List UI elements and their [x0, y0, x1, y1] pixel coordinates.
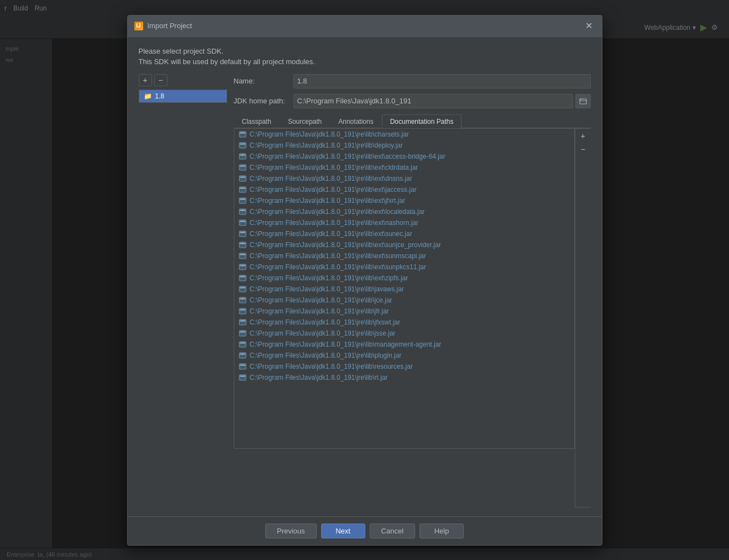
classpath-item[interactable]: C:\Program Files\Java\jdk1.8.0_191\jre\l… — [234, 372, 574, 383]
tab-classpath[interactable]: Classpath — [234, 114, 280, 128]
svg-rect-63 — [240, 299, 245, 299]
main-content-area: + − 📁 1.8 Name: — [139, 74, 591, 507]
tab-sourcepath[interactable]: Sourcepath — [280, 114, 330, 128]
classpath-item-path: C:\Program Files\Java\jdk1.8.0_191\jre\l… — [250, 363, 413, 370]
tab-documentation-paths[interactable]: Documentation Paths — [382, 114, 462, 128]
classpath-item[interactable]: C:\Program Files\Java\jdk1.8.0_191\jre\l… — [234, 239, 574, 250]
classpath-item[interactable]: C:\Program Files\Java\jdk1.8.0_191\jre\l… — [234, 361, 574, 372]
classpath-item-path: C:\Program Files\Java\jdk1.8.0_191\jre\l… — [250, 318, 401, 326]
classpath-item-path: C:\Program Files\Java\jdk1.8.0_191\jre\l… — [250, 153, 445, 160]
classpath-item-path: C:\Program Files\Java\jdk1.8.0_191\jre\l… — [250, 307, 389, 315]
svg-rect-75 — [240, 332, 245, 332]
svg-rect-59 — [240, 287, 245, 288]
classpath-item[interactable]: C:\Program Files\Java\jdk1.8.0_191\jre\l… — [234, 228, 574, 239]
svg-rect-43 — [240, 243, 245, 244]
classpath-item[interactable]: C:\Program Files\Java\jdk1.8.0_191\jre\l… — [234, 217, 574, 228]
description-line1: Please select project SDK. — [139, 46, 591, 57]
jar-icon — [239, 197, 247, 205]
jdk-home-input[interactable] — [293, 94, 573, 108]
classpath-item[interactable]: C:\Program Files\Java\jdk1.8.0_191\jre\l… — [234, 140, 574, 151]
help-button[interactable]: Help — [419, 524, 464, 538]
classpath-item[interactable]: C:\Program Files\Java\jdk1.8.0_191\jre\l… — [234, 184, 574, 195]
jar-icon — [239, 329, 247, 337]
classpath-item[interactable]: C:\Program Files\Java\jdk1.8.0_191\jre\l… — [234, 350, 574, 361]
properties-panel: Name: JDK home path: — [234, 74, 591, 507]
dialog-title-area: IJ Import Project — [134, 22, 192, 30]
svg-rect-51 — [240, 265, 245, 266]
classpath-item-path: C:\Program Files\Java\jdk1.8.0_191\jre\l… — [250, 186, 417, 193]
sdk-list: 📁 1.8 — [139, 90, 227, 103]
cancel-button[interactable]: Cancel — [370, 524, 415, 538]
classpath-item-path: C:\Program Files\Java\jdk1.8.0_191\jre\l… — [250, 142, 403, 149]
dialog-description: Please select project SDK. This SDK will… — [139, 46, 591, 67]
classpath-item[interactable]: C:\Program Files\Java\jdk1.8.0_191\jre\l… — [234, 273, 574, 284]
classpath-item[interactable]: C:\Program Files\Java\jdk1.8.0_191\jre\l… — [234, 162, 574, 173]
classpath-item-path: C:\Program Files\Java\jdk1.8.0_191\jre\l… — [250, 329, 396, 337]
classpath-item[interactable]: C:\Program Files\Java\jdk1.8.0_191\jre\l… — [234, 317, 574, 328]
classpath-item[interactable]: C:\Program Files\Java\jdk1.8.0_191\jre\l… — [234, 206, 574, 217]
dialog-title-icon: IJ — [134, 22, 143, 30]
classpath-item[interactable]: C:\Program Files\Java\jdk1.8.0_191\jre\l… — [234, 195, 574, 206]
svg-rect-35 — [240, 221, 245, 222]
dialog-body: Please select project SDK. This SDK will… — [128, 37, 602, 516]
sdk-item-1-8[interactable]: 📁 1.8 — [139, 90, 227, 102]
jdk-home-field-with-btn — [293, 94, 591, 108]
svg-rect-7 — [240, 144, 245, 144]
jdk-home-label: JDK home path: — [234, 97, 289, 105]
jar-icon — [239, 296, 247, 304]
jar-icon — [239, 341, 247, 348]
classpath-item[interactable]: C:\Program Files\Java\jdk1.8.0_191\jre\l… — [234, 306, 574, 317]
jar-icon — [239, 363, 247, 370]
classpath-item-path: C:\Program Files\Java\jdk1.8.0_191\jre\l… — [250, 296, 392, 304]
classpath-list: C:\Program Files\Java\jdk1.8.0_191\jre\l… — [234, 129, 574, 383]
classpath-item[interactable]: C:\Program Files\Java\jdk1.8.0_191\jre\l… — [234, 173, 574, 184]
jar-icon — [239, 285, 247, 293]
classpath-item-path: C:\Program Files\Java\jdk1.8.0_191\jre\l… — [250, 230, 412, 238]
classpath-item-path: C:\Program Files\Java\jdk1.8.0_191\jre\l… — [250, 208, 425, 216]
svg-rect-39 — [240, 232, 245, 233]
list-add-button[interactable]: + — [576, 130, 590, 142]
modal-overlay: IJ Import Project ✕ Please select projec… — [0, 0, 729, 560]
jar-icon — [239, 208, 247, 216]
classpath-container[interactable]: C:\Program Files\Java\jdk1.8.0_191\jre\l… — [234, 128, 575, 449]
jdk-browse-button[interactable] — [575, 94, 591, 108]
list-remove-button[interactable]: − — [576, 143, 590, 155]
name-input[interactable] — [293, 74, 591, 88]
sdk-toolbar: + − — [139, 74, 227, 86]
svg-rect-79 — [240, 343, 245, 343]
svg-rect-47 — [240, 254, 245, 255]
sdk-add-button[interactable]: + — [139, 74, 152, 86]
jar-icon — [239, 230, 247, 238]
classpath-item-path: C:\Program Files\Java\jdk1.8.0_191\jre\l… — [250, 374, 388, 381]
classpath-item[interactable]: C:\Program Files\Java\jdk1.8.0_191\jre\l… — [234, 151, 574, 162]
svg-rect-55 — [240, 276, 245, 277]
svg-rect-67 — [240, 310, 245, 310]
svg-rect-11 — [240, 155, 245, 155]
sdk-remove-button[interactable]: − — [154, 74, 167, 86]
classpath-item-path: C:\Program Files\Java\jdk1.8.0_191\jre\l… — [250, 263, 426, 271]
jar-icon — [239, 352, 247, 359]
jar-icon — [239, 153, 247, 160]
classpath-item[interactable]: C:\Program Files\Java\jdk1.8.0_191\jre\l… — [234, 284, 574, 295]
dialog-close-button[interactable]: ✕ — [583, 20, 595, 32]
dialog-footer: Previous Next Cancel Help — [128, 516, 602, 545]
classpath-item[interactable]: C:\Program Files\Java\jdk1.8.0_191\jre\l… — [234, 129, 574, 140]
jar-icon — [239, 142, 247, 149]
svg-rect-31 — [240, 210, 245, 211]
jar-icon — [239, 186, 247, 193]
classpath-item-path: C:\Program Files\Java\jdk1.8.0_191\jre\l… — [250, 241, 441, 249]
classpath-item[interactable]: C:\Program Files\Java\jdk1.8.0_191\jre\l… — [234, 339, 574, 350]
name-label: Name: — [234, 77, 289, 85]
classpath-item[interactable]: C:\Program Files\Java\jdk1.8.0_191\jre\l… — [234, 250, 574, 261]
classpath-item-path: C:\Program Files\Java\jdk1.8.0_191\jre\l… — [250, 175, 412, 182]
classpath-item[interactable]: C:\Program Files\Java\jdk1.8.0_191\jre\l… — [234, 328, 574, 339]
previous-button[interactable]: Previous — [265, 524, 317, 538]
browse-icon — [579, 97, 587, 105]
name-field-row: Name: — [234, 74, 591, 88]
jar-icon — [239, 164, 247, 171]
tab-annotations[interactable]: Annotations — [330, 114, 381, 128]
classpath-item[interactable]: C:\Program Files\Java\jdk1.8.0_191\jre\l… — [234, 261, 574, 273]
classpath-item[interactable]: C:\Program Files\Java\jdk1.8.0_191\jre\l… — [234, 295, 574, 306]
next-button[interactable]: Next — [321, 524, 365, 538]
classpath-item-path: C:\Program Files\Java\jdk1.8.0_191\jre\l… — [250, 219, 418, 227]
